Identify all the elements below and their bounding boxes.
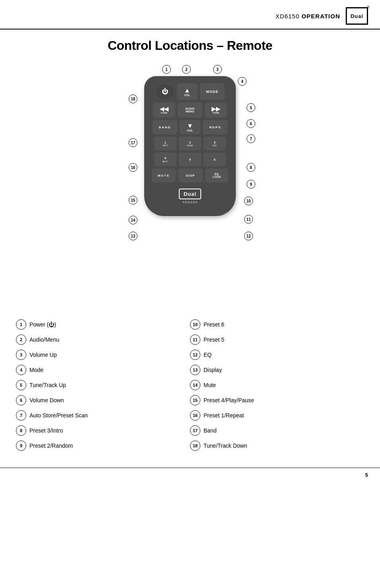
- callout-5: 5: [247, 103, 255, 112]
- callout-14: 14: [129, 216, 137, 224]
- legend-num: 4: [16, 365, 26, 375]
- legend-num: 13: [190, 365, 200, 375]
- callout-11: 11: [244, 215, 253, 224]
- page-number: 5: [365, 472, 368, 478]
- legend-item: 16 Preset 1/Repeat: [190, 410, 364, 421]
- remote-model: XD6150: [150, 200, 230, 204]
- header-title: XD6150 OPERATION: [276, 13, 340, 20]
- callout-18: 18: [129, 94, 137, 103]
- legend-text: Mode: [29, 367, 43, 373]
- preset6-button[interactable]: 6: [204, 153, 226, 166]
- legend-text: Preset 5: [204, 336, 224, 343]
- legend-text: Band: [204, 427, 217, 434]
- model-name: XD6150: [276, 13, 302, 20]
- legend-text: Tune/Track Up: [29, 382, 66, 388]
- legend-item: 12 EQ: [190, 350, 364, 360]
- legend-num: 18: [190, 441, 200, 451]
- preset3-int-button[interactable]: 3 INT: [204, 137, 226, 150]
- legend-item: 11 Preset 5: [190, 334, 364, 345]
- btn-row-2: ◀◀ TUNE AUDIO MENU ▶▶ TUNE: [150, 102, 230, 118]
- legend-item: 7 Auto Store/Preset Scan: [16, 410, 190, 421]
- btn-row-5: 4 ▶/II 5 6: [150, 153, 230, 166]
- callout-9: 9: [247, 180, 255, 189]
- legend-text: Display: [204, 367, 222, 373]
- legend-num: 11: [190, 334, 200, 345]
- callout-10: 10: [244, 197, 253, 205]
- rsps-button[interactable]: RS/PS: [203, 120, 227, 134]
- mode-button[interactable]: MODE: [200, 83, 225, 100]
- callout-6: 6: [247, 119, 255, 128]
- legend-item: 17 Band: [190, 425, 364, 436]
- header: XD6150 OPERATION Dual: [0, 0, 380, 29]
- legend-text: Auto Store/Preset Scan: [29, 412, 88, 419]
- legend-item: 5 Tune/Track Up: [16, 380, 190, 390]
- mute-button[interactable]: MUTE: [152, 169, 176, 182]
- remote-body-container: ⏻ ▲ VOL MODE ◀◀ TUNE: [144, 76, 236, 216]
- legend-num: 1: [16, 319, 26, 330]
- legend-text: EQ: [204, 352, 212, 358]
- legend-item: 4 Mode: [16, 365, 190, 375]
- legend-text: Mute: [204, 382, 216, 388]
- callout-4: 4: [238, 77, 247, 86]
- legend-text: Tune/Track Down: [204, 442, 247, 449]
- audio-menu-button[interactable]: AUDIO MENU: [178, 102, 202, 118]
- legend-item: 15 Preset 4/Play/Pause: [190, 395, 364, 405]
- remote-brand: Dual: [179, 189, 201, 199]
- legend-item: 6 Volume Down: [16, 395, 190, 405]
- preset4-play-button[interactable]: 4 ▶/II: [154, 153, 176, 166]
- preset2-rdm-button[interactable]: 2 RDM: [179, 137, 201, 150]
- callout-8: 8: [247, 163, 255, 172]
- legend-num: 3: [16, 350, 26, 360]
- legend-item: 8 Preset 3/Intro: [16, 425, 190, 436]
- legend-num: 6: [16, 395, 26, 405]
- legend-item: 10 Preset 6: [190, 319, 364, 330]
- callout-1: 1: [162, 65, 171, 74]
- legend-num: 15: [190, 395, 200, 405]
- preset5-button[interactable]: 5: [179, 153, 201, 166]
- btn-row-4: 1 RPT 2 RDM 3 INT: [150, 137, 230, 150]
- callout-15: 15: [129, 196, 137, 205]
- callout-7: 7: [247, 134, 255, 143]
- vol-down-button[interactable]: ▼ VOL: [180, 120, 200, 134]
- tune-fwd-button[interactable]: ▶▶ TUNE: [205, 102, 227, 118]
- legend-item: 9 Preset 2/Random: [16, 441, 190, 451]
- callout-13: 13: [129, 232, 137, 240]
- dual-logo: Dual: [346, 7, 368, 25]
- legend-num: 16: [190, 410, 200, 421]
- remote-logo: Dual XD6150: [150, 189, 230, 204]
- legend-text: Power (⏻): [29, 321, 56, 328]
- legend-text: Preset 1/Repeat: [204, 412, 244, 419]
- disp-button[interactable]: DISP: [178, 169, 203, 182]
- callout-12: 12: [244, 232, 253, 240]
- legend: 1 Power (⏻) 2 Audio/Menu 3 Volume Up 4 M…: [0, 319, 380, 456]
- legend-text: Volume Down: [29, 397, 64, 403]
- legend-item: 18 Tune/Track Down: [190, 441, 364, 451]
- legend-num: 5: [16, 380, 26, 390]
- remote-diagram: 1 2 3 4 5 6 7 8 9 10 11: [0, 60, 380, 307]
- legend-item: 2 Audio/Menu: [16, 334, 190, 345]
- legend-num: 12: [190, 350, 200, 360]
- callout-17: 17: [129, 138, 137, 147]
- eq-button[interactable]: EQ LOUD: [205, 169, 228, 182]
- btn-row-3: BAND ▼ VOL RS/PS: [150, 120, 230, 134]
- legend-num: 2: [16, 334, 26, 345]
- tune-back-button[interactable]: ◀◀ TUNE: [153, 102, 175, 118]
- legend-text: Preset 3/Intro: [29, 427, 63, 434]
- legend-text: Audio/Menu: [29, 336, 59, 343]
- legend-item: 14 Mute: [190, 380, 364, 390]
- remote-body: ⏻ ▲ VOL MODE ◀◀ TUNE: [144, 76, 236, 216]
- legend-col-right: 10 Preset 6 11 Preset 5 12 EQ 13 Display…: [190, 319, 364, 456]
- legend-num: 14: [190, 380, 200, 390]
- legend-num: 10: [190, 319, 200, 330]
- callout-16: 16: [129, 163, 137, 172]
- legend-item: 1 Power (⏻): [16, 319, 190, 330]
- callout-2: 2: [182, 65, 191, 74]
- preset1-rpt-button[interactable]: 1 RPT: [154, 137, 176, 150]
- band-button[interactable]: BAND: [153, 120, 177, 134]
- legend-num: 8: [16, 425, 26, 436]
- page-title: Control Locations – Remote: [0, 38, 380, 53]
- power-button[interactable]: ⏻: [155, 83, 174, 100]
- legend-item: 13 Display: [190, 365, 364, 375]
- vol-up-button[interactable]: ▲ VOL: [177, 83, 198, 100]
- operation-label: OPERATION: [302, 13, 340, 20]
